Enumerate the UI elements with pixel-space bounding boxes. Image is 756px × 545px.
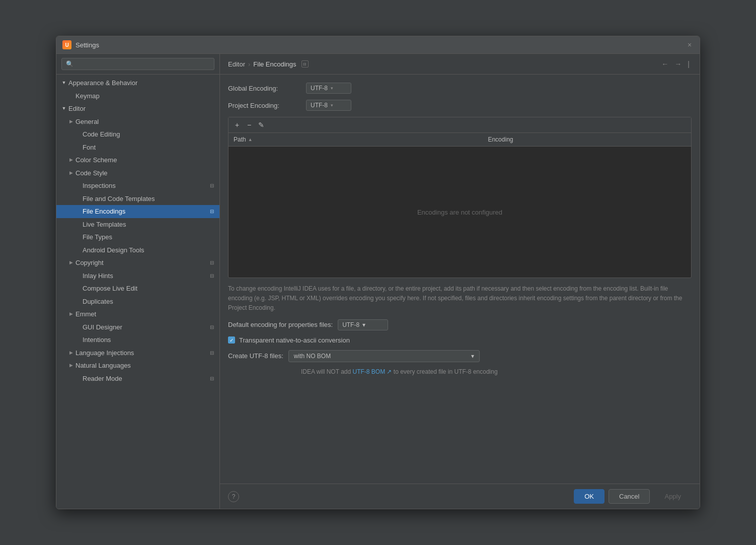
help-button[interactable]: ? xyxy=(228,491,239,502)
sidebar-item-appearance[interactable]: ▼Appearance & Behavior xyxy=(56,77,219,90)
sidebar-item-color-scheme[interactable]: ▶Color Scheme xyxy=(56,154,219,167)
encoding-column-header[interactable]: Encoding xyxy=(483,135,691,144)
cancel-button[interactable]: Cancel xyxy=(609,489,650,504)
sidebar-label-code-editing: Code Editing xyxy=(83,129,215,140)
breadcrumb-current: File Encodings xyxy=(253,60,296,68)
breadcrumb-parent[interactable]: Editor xyxy=(228,60,245,68)
badge-icon-file-encodings: ⊟ xyxy=(208,208,215,215)
expand-arrow-natural-languages: ▶ xyxy=(67,362,74,369)
edit-path-button[interactable]: ✎ xyxy=(256,119,267,130)
project-encoding-row: Project Encoding: UTF-8 ▾ xyxy=(228,100,692,111)
title-bar: U Settings × xyxy=(56,36,700,54)
search-box xyxy=(56,54,219,75)
sidebar-item-compose-live-edit[interactable]: Compose Live Edit xyxy=(56,282,219,295)
add-path-button[interactable]: + xyxy=(232,119,243,130)
sidebar-label-live-templates: Live Templates xyxy=(83,220,215,230)
project-encoding-dropdown[interactable]: UTF-8 ▾ xyxy=(306,100,351,111)
breadcrumb-badge: ⊟ xyxy=(301,60,309,67)
project-encoding-value: UTF-8 xyxy=(311,102,328,109)
expand-arrow-file-encodings xyxy=(74,208,82,215)
settings-arrow[interactable]: | xyxy=(686,59,692,69)
search-input[interactable] xyxy=(61,58,214,70)
remove-path-button[interactable]: − xyxy=(244,119,255,130)
badge-icon-reader-mode: ⊟ xyxy=(208,375,215,382)
window-title: Settings xyxy=(75,41,99,49)
utf8-bom-link[interactable]: UTF-8 BOM ↗ xyxy=(352,368,392,375)
nav-arrows: ← → | xyxy=(659,59,692,69)
forward-arrow[interactable]: → xyxy=(672,59,684,69)
expand-arrow-code-editing xyxy=(74,131,82,138)
sidebar: ▼Appearance & BehaviorKeymap▼Editor▶Gene… xyxy=(56,54,220,509)
badge-icon-inspections: ⊟ xyxy=(208,182,215,189)
sidebar-item-inlay-hints[interactable]: Inlay Hints⊟ xyxy=(56,269,219,283)
transparent-checkbox[interactable]: ✓ xyxy=(228,336,235,344)
breadcrumb: Editor › File Encodings ⊟ xyxy=(228,60,309,68)
expand-arrow-android-design-tools xyxy=(74,246,82,253)
sidebar-item-file-types[interactable]: File Types xyxy=(56,231,219,244)
badge-icon-gui-designer: ⊟ xyxy=(208,323,215,330)
back-arrow[interactable]: ← xyxy=(659,59,670,69)
expand-arrow-copyright: ▶ xyxy=(67,259,74,266)
expand-arrow-duplicates xyxy=(74,298,82,305)
sidebar-item-emmet[interactable]: ▶Emmet xyxy=(56,308,219,321)
sort-arrow: ▲ xyxy=(248,137,253,142)
sidebar-item-editor[interactable]: ▼Editor xyxy=(56,102,219,115)
create-utf-dropdown[interactable]: with NO BOM ▾ xyxy=(288,350,480,362)
sidebar-item-inspections[interactable]: Inspections⊟ xyxy=(56,179,219,192)
sidebar-item-keymap[interactable]: Keymap xyxy=(56,90,219,103)
sidebar-item-live-templates[interactable]: Live Templates xyxy=(56,218,219,231)
main-panel: Editor › File Encodings ⊟ ← → | Global E… xyxy=(220,54,700,509)
sidebar-item-font[interactable]: Font xyxy=(56,141,219,154)
sidebar-label-file-encodings: File Encodings xyxy=(83,207,206,217)
create-utf-label: Create UTF-8 files: xyxy=(228,352,283,360)
create-utf-value: with NO BOM xyxy=(294,353,331,360)
sidebar-item-intentions[interactable]: Intentions xyxy=(56,333,219,347)
ok-button[interactable]: OK xyxy=(574,489,604,504)
sidebar-label-copyright: Copyright xyxy=(75,258,206,268)
bottom-bar: ? OK Cancel Apply xyxy=(220,484,700,509)
main-body: Global Encoding: UTF-8 ▾ Project Encodin… xyxy=(220,75,700,484)
sidebar-item-duplicates[interactable]: Duplicates xyxy=(56,295,219,308)
apply-button[interactable]: Apply xyxy=(654,489,692,504)
sidebar-label-general: General xyxy=(75,117,215,127)
global-encoding-dropdown[interactable]: UTF-8 ▾ xyxy=(306,83,351,94)
sidebar-item-file-and-code-templates[interactable]: File and Code Templates xyxy=(56,192,219,206)
sidebar-item-natural-languages[interactable]: ▶Natural Languages xyxy=(56,359,219,372)
sidebar-item-code-editing[interactable]: Code Editing xyxy=(56,128,219,141)
transparent-label[interactable]: Transparent native-to-ascii conversion xyxy=(239,336,350,344)
sidebar-item-general[interactable]: ▶General xyxy=(56,115,219,128)
content-area: ▼Appearance & BehaviorKeymap▼Editor▶Gene… xyxy=(56,54,700,509)
expand-arrow-file-and-code-templates xyxy=(74,195,82,202)
sidebar-label-reader-mode: Reader Mode xyxy=(83,374,206,384)
sidebar-item-android-design-tools[interactable]: Android Design Tools xyxy=(56,244,219,257)
sidebar-item-reader-mode[interactable]: Reader Mode⊟ xyxy=(56,372,219,385)
expand-arrow-inlay-hints xyxy=(74,272,82,279)
global-encoding-caret: ▾ xyxy=(331,86,333,91)
create-utf-caret: ▾ xyxy=(471,353,474,360)
settings-window: U Settings × ▼Appearance & BehaviorKeyma… xyxy=(56,36,700,509)
expand-arrow-appearance: ▼ xyxy=(60,80,67,87)
sidebar-item-gui-designer[interactable]: GUI Designer⊟ xyxy=(56,321,219,334)
expand-arrow-general: ▶ xyxy=(67,118,74,125)
sidebar-label-file-types: File Types xyxy=(83,232,215,242)
sidebar-item-language-injections[interactable]: ▶Language Injections⊟ xyxy=(56,347,219,360)
global-encoding-row: Global Encoding: UTF-8 ▾ xyxy=(228,83,692,94)
sidebar-label-language-injections: Language Injections xyxy=(75,348,206,358)
sidebar-item-copyright[interactable]: ▶Copyright⊟ xyxy=(56,256,219,269)
properties-encoding-dropdown[interactable]: UTF-8 ▾ xyxy=(338,319,388,330)
sidebar-label-color-scheme: Color Scheme xyxy=(75,155,215,165)
sidebar-item-file-encodings[interactable]: File Encodings⊟ xyxy=(56,205,219,218)
note-prefix: IDEA will NOT add xyxy=(301,368,352,375)
expand-arrow-editor: ▼ xyxy=(60,105,67,112)
expand-arrow-compose-live-edit xyxy=(74,285,82,292)
close-button[interactable]: × xyxy=(686,41,694,49)
main-header: Editor › File Encodings ⊟ ← → | xyxy=(220,54,700,75)
sidebar-label-inlay-hints: Inlay Hints xyxy=(83,271,206,281)
sidebar-item-code-style[interactable]: ▶Code Style xyxy=(56,167,219,180)
sidebar-label-file-and-code-templates: File and Code Templates xyxy=(83,194,215,204)
utf8-note: IDEA will NOT add UTF-8 BOM ↗ to every c… xyxy=(228,368,692,375)
expand-arrow-file-types xyxy=(74,234,82,241)
path-column-header[interactable]: Path ▲ xyxy=(229,135,483,144)
badge-icon-language-injections: ⊟ xyxy=(208,349,215,356)
expand-arrow-code-style: ▶ xyxy=(67,169,74,176)
